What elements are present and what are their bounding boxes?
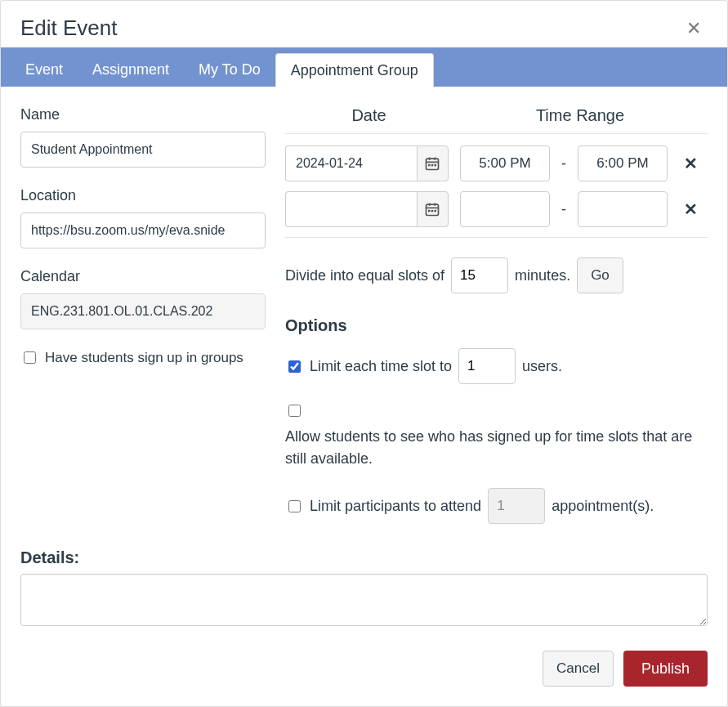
right-column: Date Time Range xyxy=(285,106,708,542)
close-icon: ✕ xyxy=(686,18,701,38)
calendar-label: Calendar xyxy=(20,268,266,285)
location-label: Location xyxy=(20,187,266,204)
tab-bar: Event Assignment My To Do Appointment Gr… xyxy=(1,47,727,87)
calendar-input[interactable] xyxy=(20,293,266,329)
modal-body: Name Location Calendar Have students sig… xyxy=(1,87,727,636)
svg-rect-12 xyxy=(431,210,434,213)
details-textarea[interactable] xyxy=(20,574,708,626)
calendar-icon xyxy=(424,155,440,172)
svg-rect-11 xyxy=(428,210,431,213)
edit-event-modal: Edit Event ✕ Event Assignment My To Do A… xyxy=(0,0,728,707)
allow-see-text: Allow students to see who has signed up … xyxy=(285,426,708,470)
close-button[interactable]: ✕ xyxy=(680,16,708,41)
tab-event[interactable]: Event xyxy=(11,53,78,87)
name-label: Name xyxy=(20,106,266,123)
limit-slot-row: Limit each time slot to users. xyxy=(285,348,708,384)
go-button[interactable]: Go xyxy=(577,257,623,293)
time-range-dash: - xyxy=(561,155,566,172)
date-column-header: Date xyxy=(285,106,453,133)
time-end-input[interactable] xyxy=(578,191,668,227)
limit-participants-input[interactable] xyxy=(488,488,545,524)
allow-see-checkbox[interactable] xyxy=(288,405,301,417)
date-input[interactable] xyxy=(285,191,417,227)
time-start-input[interactable] xyxy=(460,145,550,181)
details-label: Details: xyxy=(20,548,708,567)
limit-slot-text-after: users. xyxy=(522,356,562,378)
limit-slot-text-before: Limit each time slot to xyxy=(310,356,452,378)
divide-slots-row: Divide into equal slots of minutes. Go xyxy=(285,237,708,293)
datetime-header: Date Time Range xyxy=(285,106,708,134)
svg-rect-5 xyxy=(431,164,434,167)
limit-participants-checkbox[interactable] xyxy=(288,500,301,512)
datetime-row: - ✕ xyxy=(285,191,708,227)
divide-text-before: Divide into equal slots of xyxy=(285,267,444,284)
allow-see-row: Allow students to see who has signed up … xyxy=(285,402,708,470)
svg-rect-6 xyxy=(435,164,437,167)
tab-assignment[interactable]: Assignment xyxy=(78,53,184,87)
close-icon: ✕ xyxy=(684,200,698,218)
svg-rect-13 xyxy=(435,210,437,213)
limit-participants-text-after: appointment(s). xyxy=(552,495,654,517)
remove-row-button[interactable]: ✕ xyxy=(679,154,703,173)
limit-participants-row: Limit participants to attend appointment… xyxy=(285,488,708,524)
publish-button[interactable]: Publish xyxy=(623,651,708,687)
name-input[interactable] xyxy=(20,132,266,168)
modal-header: Edit Event ✕ xyxy=(1,1,727,47)
limit-slot-input[interactable] xyxy=(458,348,516,384)
tab-appointment-group[interactable]: Appointment Group xyxy=(275,53,434,87)
location-input[interactable] xyxy=(20,213,266,248)
divide-text-after: minutes. xyxy=(515,267,570,284)
group-signup-checkbox[interactable] xyxy=(24,351,36,364)
left-column: Name Location Calendar Have students sig… xyxy=(20,106,266,542)
time-start-input[interactable] xyxy=(460,191,550,227)
date-cell xyxy=(285,145,449,181)
tab-my-to-do[interactable]: My To Do xyxy=(184,53,275,87)
group-signup-row: Have students sign up in groups xyxy=(20,349,266,366)
options-heading: Options xyxy=(285,316,708,335)
date-picker-button[interactable] xyxy=(417,191,449,227)
time-range-dash: - xyxy=(561,201,566,218)
date-picker-button[interactable] xyxy=(417,145,449,181)
name-group: Name xyxy=(20,106,266,168)
date-input[interactable] xyxy=(285,145,417,181)
time-column-header: Time Range xyxy=(453,106,708,133)
group-signup-label: Have students sign up in groups xyxy=(45,350,243,366)
svg-rect-4 xyxy=(428,164,431,167)
calendar-group: Calendar xyxy=(20,268,266,329)
limit-slot-checkbox[interactable] xyxy=(288,360,301,373)
datetime-row: - ✕ xyxy=(285,145,708,181)
form-columns: Name Location Calendar Have students sig… xyxy=(20,106,708,542)
close-icon: ✕ xyxy=(684,154,698,172)
modal-footer: Cancel Publish xyxy=(1,636,727,706)
calendar-icon xyxy=(424,201,440,217)
limit-participants-text-before: Limit participants to attend xyxy=(310,495,481,517)
date-cell xyxy=(285,191,449,227)
divide-minutes-input[interactable] xyxy=(451,257,508,293)
time-end-input[interactable] xyxy=(578,145,668,181)
location-group: Location xyxy=(20,187,266,248)
cancel-button[interactable]: Cancel xyxy=(543,651,614,687)
remove-row-button[interactable]: ✕ xyxy=(679,199,703,219)
modal-title: Edit Event xyxy=(20,16,680,41)
